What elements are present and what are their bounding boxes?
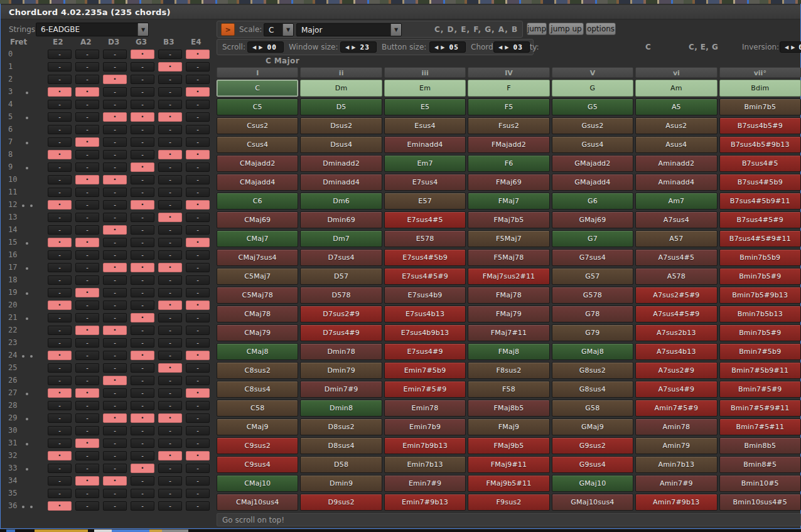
fret-cell[interactable]: • [48,351,72,360]
fret-cell[interactable]: • [158,62,182,72]
chord-button[interactable]: Bmin10#5 [719,475,801,492]
fret-cell[interactable]: - [158,275,182,285]
inversion-stepper[interactable]: ◀▶ 00 [780,41,801,53]
chord-button[interactable]: F6 [468,155,549,172]
chord-button[interactable]: Asus2 [635,117,717,134]
chord-button[interactable]: C [217,80,298,97]
chord-button[interactable]: A7sus4b13 [635,343,717,360]
fret-cell[interactable]: • [103,175,127,184]
chord-button[interactable]: G8sus4 [552,381,633,398]
chord-button[interactable]: Bmin7b5#9b13 [719,287,801,304]
fret-cell[interactable]: • [186,50,210,59]
chord-button[interactable]: G8sus2 [552,362,633,379]
fret-cell[interactable]: - [103,313,127,322]
fret-cell[interactable]: - [131,451,154,460]
fret-cell[interactable]: - [186,401,210,410]
chord-button[interactable]: D7sus4#9 [300,324,382,341]
chord-button[interactable]: FMaj9b5 [468,437,549,454]
chord-button[interactable]: Dm6 [300,193,382,210]
chord-button[interactable]: A7sus2#5#9 [635,287,717,304]
window-size-stepper[interactable]: ◀▶ 23 [340,41,377,53]
fret-cell[interactable]: - [158,87,182,97]
chord-button[interactable]: Bmin7#5#11 [719,418,801,435]
fret-cell[interactable]: • [75,288,99,297]
chord-button[interactable]: Aminadd4 [635,174,717,191]
chord-button[interactable]: Dsus4 [300,136,382,153]
chord-button[interactable]: CMajadd4 [217,174,298,191]
chord-button[interactable]: E7sus4b9 [384,287,466,304]
fret-cell[interactable]: - [158,388,182,398]
fret-cell[interactable]: - [75,200,99,210]
chord-button[interactable]: Bmin7#5b9#11 [719,362,801,379]
chord-button[interactable]: Emin7#5b9 [384,362,466,379]
fret-cell[interactable]: - [75,376,99,385]
chord-button[interactable]: A5 [635,98,717,115]
fret-cell[interactable]: • [158,112,182,122]
fret-cell[interactable]: - [131,476,154,486]
fret-cell[interactable]: - [186,188,210,197]
fret-cell[interactable]: - [158,476,182,486]
fret-cell[interactable]: • [186,451,210,460]
fret-cell[interactable]: - [48,100,72,109]
fret-cell[interactable]: - [75,263,99,272]
fret-cell[interactable]: - [158,313,182,322]
chord-button[interactable]: Dmin8 [300,400,382,417]
fret-cell[interactable]: - [103,87,127,97]
chord-button[interactable]: A7sus4#5 [635,249,717,266]
chord-button[interactable]: Bmin7b5b9 [719,249,801,266]
fret-cell[interactable]: - [75,338,99,348]
title-bar[interactable]: ChordLord 4.02.235a (235 chords) [1,5,800,19]
chord-button[interactable]: Amin7b13 [635,456,717,473]
fret-cell[interactable]: • [75,439,99,448]
fret-cell[interactable]: - [48,464,72,473]
fret-cell[interactable]: - [75,188,99,197]
chord-button[interactable]: Bdim [719,80,801,97]
fret-cell[interactable]: - [158,439,182,448]
fret-cell[interactable]: • [186,150,210,159]
fret-cell[interactable]: • [131,162,154,172]
chord-button[interactable]: D8sus2 [300,418,382,435]
fret-cell[interactable]: - [103,464,127,473]
chord-button[interactable]: B7sus4#5b9 [719,174,801,191]
arrow-right-icon[interactable]: ▶ [439,45,446,50]
chord-button[interactable]: E7sus4b13 [384,306,466,322]
fret-cell[interactable]: • [103,326,127,335]
fret-cell[interactable]: - [186,288,210,297]
fret-cell[interactable]: - [131,376,154,385]
chord-button[interactable]: C5 [217,98,298,115]
chord-button[interactable]: G78 [552,306,633,322]
chord-button[interactable]: Emin78 [384,400,466,417]
fret-cell[interactable]: - [75,100,99,109]
chevron-down-icon[interactable]: ▼ [282,24,293,36]
fret-cell[interactable]: - [103,137,127,147]
chord-button[interactable]: Emin7#5#9 [384,381,466,398]
fret-cell[interactable]: • [131,50,154,59]
fret-cell[interactable]: - [158,376,182,385]
fret-cell[interactable]: - [131,150,154,159]
chord-button[interactable]: Bmin7b5#9 [719,324,801,341]
chord-button[interactable]: E7sus4 [384,174,466,191]
chord-button[interactable]: G9sus2 [552,437,633,454]
chord-button[interactable]: FMaj9 [468,418,549,435]
arrow-left-icon[interactable]: ◀ [344,45,350,50]
fret-cell[interactable]: - [75,50,99,59]
chord-button[interactable]: GMaj10sus4 [552,494,633,511]
fret-cell[interactable]: - [75,451,99,460]
fret-cell[interactable]: - [158,238,182,247]
fret-cell[interactable]: • [48,238,72,247]
arrow-right-icon[interactable]: ▶ [350,45,357,50]
chord-button[interactable]: C5Maj78 [217,287,298,304]
fret-cell[interactable]: - [131,125,154,134]
fret-cell[interactable]: - [103,489,127,498]
arrow-right-icon[interactable]: ▶ [257,45,264,50]
chord-button[interactable]: Bmin7#5#9 [719,381,801,398]
fret-cell[interactable]: - [48,326,72,335]
chord-button[interactable]: FMaj78 [468,287,549,304]
fret-cell[interactable]: - [186,489,210,498]
chord-button[interactable]: Eminadd4 [384,136,466,153]
chord-button[interactable]: Dmin78 [300,343,382,360]
chord-button[interactable]: GMajadd4 [552,174,633,191]
fret-cell[interactable]: - [75,112,99,122]
fret-cell[interactable]: - [75,501,99,511]
chord-button[interactable]: FMaj8b5 [468,400,549,417]
